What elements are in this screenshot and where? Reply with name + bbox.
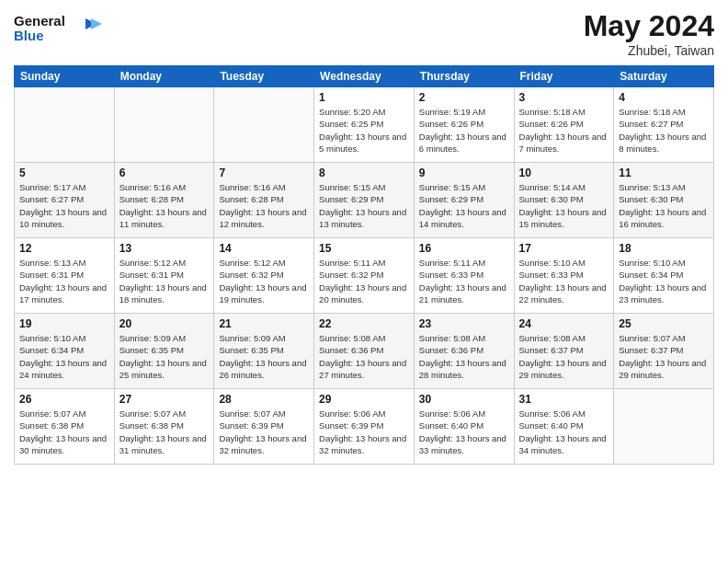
sunset: Sunset: 6:39 PM	[319, 420, 383, 431]
sunset: Sunset: 6:36 PM	[319, 345, 383, 355]
daylight: Daylight: 13 hours and 6 minutes.	[419, 132, 506, 154]
sunrise: Sunrise: 5:07 AM	[119, 408, 186, 419]
sunset: Sunset: 6:32 PM	[219, 270, 283, 280]
calendar-cell: 11 Sunrise: 5:13 AM Sunset: 6:30 PM Dayl…	[614, 163, 714, 238]
calendar-cell: 3 Sunrise: 5:18 AM Sunset: 6:26 PM Dayli…	[514, 87, 614, 163]
day-info: Sunrise: 5:18 AM Sunset: 6:26 PM Dayligh…	[519, 106, 609, 155]
sunset: Sunset: 6:27 PM	[619, 119, 683, 129]
sunrise: Sunrise: 5:07 AM	[619, 333, 685, 343]
calendar-cell: 9 Sunrise: 5:15 AM Sunset: 6:29 PM Dayli…	[414, 163, 514, 238]
daylight: Daylight: 13 hours and 21 minutes.	[419, 282, 506, 304]
daylight: Daylight: 13 hours and 29 minutes.	[519, 358, 607, 380]
sunset: Sunset: 6:26 PM	[419, 119, 483, 129]
day-number: 12	[19, 242, 109, 255]
header-wednesday: Wednesday	[314, 66, 415, 87]
sunset: Sunset: 6:28 PM	[219, 194, 283, 204]
day-number: 22	[319, 317, 409, 330]
daylight: Daylight: 13 hours and 7 minutes.	[519, 132, 607, 154]
sunset: Sunset: 6:34 PM	[619, 270, 683, 280]
sunrise: Sunrise: 5:10 AM	[519, 258, 586, 268]
daylight: Daylight: 13 hours and 18 minutes.	[119, 282, 207, 304]
daylight: Daylight: 13 hours and 28 minutes.	[419, 358, 506, 380]
day-number: 3	[519, 91, 609, 104]
calendar-cell: 27 Sunrise: 5:07 AM Sunset: 6:38 PM Dayl…	[114, 389, 214, 465]
sunrise: Sunrise: 5:12 AM	[119, 258, 186, 268]
calendar-cell: 13 Sunrise: 5:12 AM Sunset: 6:31 PM Dayl…	[114, 238, 214, 314]
day-info: Sunrise: 5:11 AM Sunset: 6:32 PM Dayligh…	[319, 257, 409, 305]
sunrise: Sunrise: 5:14 AM	[519, 182, 586, 192]
day-number: 16	[419, 242, 509, 255]
calendar-cell: 30 Sunrise: 5:06 AM Sunset: 6:40 PM Dayl…	[414, 389, 514, 465]
location: Zhubei, Taiwan	[584, 43, 714, 58]
daylight: Daylight: 13 hours and 31 minutes.	[119, 433, 207, 455]
day-info: Sunrise: 5:16 AM Sunset: 6:28 PM Dayligh…	[119, 181, 210, 230]
calendar-cell: 25 Sunrise: 5:07 AM Sunset: 6:37 PM Dayl…	[614, 314, 714, 389]
day-info: Sunrise: 5:09 AM Sunset: 6:35 PM Dayligh…	[219, 332, 309, 381]
sunset: Sunset: 6:35 PM	[119, 345, 184, 355]
calendar-table: Sunday Monday Tuesday Wednesday Thursday…	[14, 65, 714, 465]
sunset: Sunset: 6:29 PM	[419, 194, 483, 204]
sunset: Sunset: 6:37 PM	[519, 345, 584, 355]
sunrise: Sunrise: 5:06 AM	[519, 408, 586, 419]
daylight: Daylight: 13 hours and 20 minutes.	[319, 282, 406, 304]
calendar-cell: 26 Sunrise: 5:07 AM Sunset: 6:38 PM Dayl…	[15, 389, 115, 465]
daylight: Daylight: 13 hours and 30 minutes.	[19, 433, 107, 455]
header: General Blue May 2024 Zhubei, Taiwan	[14, 9, 714, 58]
calendar-cell: 1 Sunrise: 5:20 AM Sunset: 6:25 PM Dayli…	[314, 87, 415, 163]
day-info: Sunrise: 5:08 AM Sunset: 6:36 PM Dayligh…	[319, 332, 409, 381]
title-area: May 2024 Zhubei, Taiwan	[584, 9, 714, 58]
day-number: 24	[519, 317, 609, 330]
daylight: Daylight: 13 hours and 12 minutes.	[219, 207, 306, 229]
sunset: Sunset: 6:30 PM	[519, 194, 584, 204]
sunset: Sunset: 6:26 PM	[519, 119, 584, 129]
calendar-cell: 2 Sunrise: 5:19 AM Sunset: 6:26 PM Dayli…	[414, 87, 514, 163]
day-number: 29	[319, 393, 409, 406]
day-number: 11	[619, 167, 709, 179]
calendar-cell	[114, 87, 214, 163]
daylight: Daylight: 13 hours and 29 minutes.	[619, 358, 706, 380]
calendar-cell: 24 Sunrise: 5:08 AM Sunset: 6:37 PM Dayl…	[514, 314, 614, 389]
sunrise: Sunrise: 5:06 AM	[419, 408, 485, 419]
logo: General Blue	[14, 9, 115, 50]
day-number: 6	[119, 167, 210, 179]
calendar-cell: 23 Sunrise: 5:08 AM Sunset: 6:36 PM Dayl…	[414, 314, 514, 389]
sunset: Sunset: 6:33 PM	[419, 270, 483, 280]
day-number: 20	[119, 317, 210, 330]
day-number: 2	[419, 91, 509, 104]
sunrise: Sunrise: 5:18 AM	[619, 107, 685, 117]
calendar-cell: 15 Sunrise: 5:11 AM Sunset: 6:32 PM Dayl…	[314, 238, 415, 314]
day-info: Sunrise: 5:13 AM Sunset: 6:30 PM Dayligh…	[619, 181, 709, 230]
header-thursday: Thursday	[414, 66, 514, 87]
header-sunday: Sunday	[15, 66, 115, 87]
svg-text:Blue: Blue	[14, 28, 44, 43]
day-info: Sunrise: 5:06 AM Sunset: 6:39 PM Dayligh…	[319, 408, 409, 456]
day-info: Sunrise: 5:07 AM Sunset: 6:39 PM Dayligh…	[219, 408, 309, 456]
calendar-cell	[15, 87, 115, 163]
calendar-cell: 8 Sunrise: 5:15 AM Sunset: 6:29 PM Dayli…	[314, 163, 415, 238]
sunset: Sunset: 6:30 PM	[619, 194, 683, 204]
calendar-cell: 29 Sunrise: 5:06 AM Sunset: 6:39 PM Dayl…	[314, 389, 415, 465]
sunset: Sunset: 6:34 PM	[19, 345, 84, 355]
calendar-container: General Blue May 2024 Zhubei, Taiwan Sun…	[0, 0, 728, 474]
sunset: Sunset: 6:35 PM	[219, 345, 283, 355]
day-number: 31	[519, 393, 609, 406]
calendar-cell: 4 Sunrise: 5:18 AM Sunset: 6:27 PM Dayli…	[614, 87, 714, 163]
daylight: Daylight: 13 hours and 15 minutes.	[519, 207, 607, 229]
sunrise: Sunrise: 5:16 AM	[119, 182, 186, 192]
daylight: Daylight: 13 hours and 16 minutes.	[619, 207, 706, 229]
week-row-2: 5 Sunrise: 5:17 AM Sunset: 6:27 PM Dayli…	[15, 163, 714, 238]
sunset: Sunset: 6:25 PM	[319, 119, 383, 129]
day-number: 10	[519, 167, 609, 179]
calendar-cell	[214, 87, 314, 163]
sunrise: Sunrise: 5:15 AM	[419, 182, 485, 192]
calendar-cell: 28 Sunrise: 5:07 AM Sunset: 6:39 PM Dayl…	[214, 389, 314, 465]
calendar-cell: 20 Sunrise: 5:09 AM Sunset: 6:35 PM Dayl…	[114, 314, 214, 389]
day-info: Sunrise: 5:12 AM Sunset: 6:32 PM Dayligh…	[219, 257, 309, 305]
sunset: Sunset: 6:33 PM	[519, 270, 584, 280]
sunset: Sunset: 6:40 PM	[519, 420, 584, 431]
calendar-cell: 7 Sunrise: 5:16 AM Sunset: 6:28 PM Dayli…	[214, 163, 314, 238]
daylight: Daylight: 13 hours and 24 minutes.	[19, 358, 107, 380]
calendar-cell: 14 Sunrise: 5:12 AM Sunset: 6:32 PM Dayl…	[214, 238, 314, 314]
day-number: 9	[419, 167, 509, 179]
svg-text:General: General	[14, 13, 65, 29]
